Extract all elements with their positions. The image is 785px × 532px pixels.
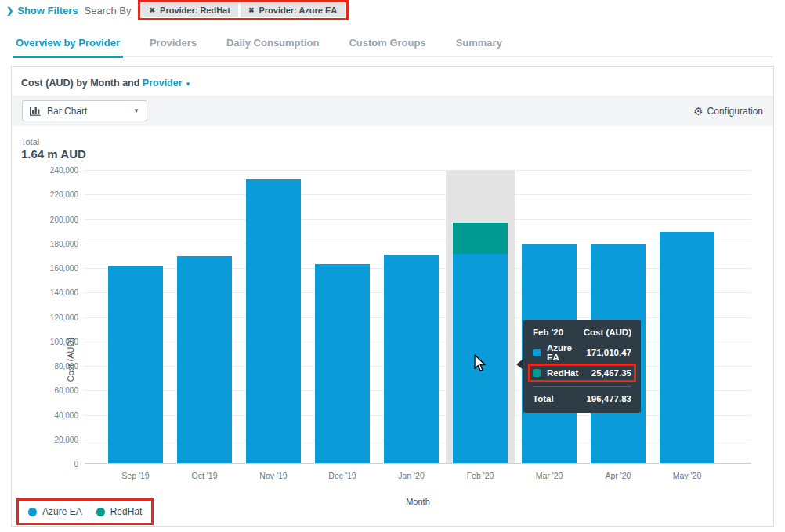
gridline [85, 219, 751, 220]
x-axis-tick-label: Sep '19 [101, 471, 170, 480]
tooltip-total-value: 196,477.83 [586, 394, 631, 404]
y-axis-title: Cost (AUD) [66, 324, 75, 395]
legend-label: RedHat [110, 506, 143, 517]
chevron-right-icon: ❯ [6, 5, 13, 16]
x-axis-tick-label: Feb '20 [446, 471, 515, 480]
filter-bar: ❯ Show Filters Search By ✖ Provider: Red… [6, 0, 349, 20]
chart-tooltip: Feb '20 Cost (AUD) Azure EA 171,010.47 R… [523, 320, 641, 413]
tab-daily-consumption[interactable]: Daily Consumption [223, 35, 322, 58]
legend-annotation-box: Azure EA RedHat [16, 498, 154, 525]
dimension-label: Provider [143, 78, 183, 89]
chart-type-value: Bar Chart [47, 106, 87, 117]
y-axis-tick-label: 20,000 [20, 436, 78, 444]
gridline [85, 244, 751, 244]
bar-azure-ea[interactable] [246, 179, 301, 464]
y-axis-tick-label: 0 [20, 460, 78, 469]
filter-chip-azure-ea[interactable]: ✖ Provider: Azure EA [241, 3, 345, 17]
chart-title-prefix: Cost (AUD) by Month and [21, 78, 139, 89]
bar-chart-icon [30, 106, 41, 116]
legend-item-redhat[interactable]: RedHat [96, 506, 143, 517]
y-axis-tick-label: 140,000 [20, 288, 78, 297]
x-axis-tick-label: Apr '20 [584, 471, 653, 480]
tooltip-row-redhat-annotated: RedHat 25,467.35 [533, 368, 631, 378]
y-axis-tick-label: 120,000 [20, 313, 78, 322]
chart-panel: Cost (AUD) by Month and Provider ▼ Bar C… [11, 66, 774, 527]
y-axis-tick-label: 40,000 [20, 411, 78, 420]
bar-azure-ea[interactable] [315, 264, 370, 463]
legend-item-azure-ea[interactable]: Azure EA [28, 506, 82, 517]
total-value: 1.64 m AUD [21, 147, 86, 161]
filter-chips-annotation-box: ✖ Provider: RedHat ✖ Provider: Azure EA [138, 0, 349, 20]
dimension-selector[interactable]: Provider ▼ [143, 78, 191, 89]
y-axis-tick-label: 220,000 [20, 190, 78, 199]
legend-label: Azure EA [42, 506, 82, 517]
y-axis-tick-label: 180,000 [20, 240, 78, 248]
filter-chip-label: Provider: Azure EA [259, 5, 337, 15]
total-label: Total [21, 137, 39, 147]
tooltip-series-name: Azure EA [547, 343, 587, 362]
tooltip-total-row: Total 196,477.83 [533, 394, 631, 404]
tooltip-row-azure-ea: Azure EA 171,010.47 [533, 343, 631, 362]
bar-azure-ea[interactable] [177, 256, 232, 463]
tab-bar: Overview by Provider Providers Daily Con… [13, 35, 772, 57]
bar-azure-ea[interactable] [108, 266, 163, 463]
x-axis-tick-label: Mar '20 [515, 471, 584, 480]
tooltip-metric: Cost (AUD) [584, 328, 631, 337]
chevron-down-icon: ▼ [185, 81, 191, 88]
y-axis-tick-label: 240,000 [20, 166, 78, 175]
tooltip-swatch-azure-ea [533, 349, 541, 356]
tooltip-header: Feb '20 Cost (AUD) [533, 328, 631, 337]
tooltip-series-name: RedHat [547, 368, 578, 378]
chart-title: Cost (AUD) by Month and Provider ▼ [21, 78, 191, 89]
tooltip-series-value: 171,010.47 [586, 348, 631, 357]
show-filters-label: Show Filters [17, 5, 78, 16]
legend-swatch-azure-ea [28, 508, 37, 516]
tooltip-category: Feb '20 [533, 328, 563, 337]
x-axis-tick-label: Oct '19 [170, 471, 239, 480]
search-by-label: Search By [85, 5, 132, 16]
bar-azure-ea[interactable] [453, 254, 508, 463]
gear-icon: ⚙ [693, 106, 704, 117]
tab-providers[interactable]: Providers [147, 35, 200, 58]
tooltip-swatch-redhat [533, 369, 541, 377]
tooltip-divider [533, 386, 631, 387]
remove-filter-icon[interactable]: ✖ [248, 6, 255, 14]
y-axis-tick-label: 200,000 [20, 215, 78, 224]
tab-summary[interactable]: Summary [453, 35, 505, 58]
bar-azure-ea[interactable] [384, 255, 439, 463]
x-axis-tick-label: May '20 [653, 471, 722, 480]
chart-type-select[interactable]: Bar Chart ▼ [22, 100, 147, 121]
bar-redhat[interactable] [453, 223, 508, 254]
plot-area: 020,00040,00060,00080,000100,000120,0001… [85, 170, 751, 464]
gridline [85, 194, 751, 195]
tooltip-total-label: Total [533, 394, 554, 404]
tab-overview-by-provider[interactable]: Overview by Provider [13, 35, 123, 58]
remove-filter-icon[interactable]: ✖ [150, 6, 156, 14]
show-filters-link[interactable]: ❯ Show Filters [6, 5, 78, 16]
filter-chip-label: Provider: RedHat [160, 5, 230, 15]
configuration-button[interactable]: ⚙ Configuration [693, 106, 763, 117]
tab-custom-groups[interactable]: Custom Groups [345, 35, 429, 58]
chart-toolbar: Bar Chart ▼ ⚙ Configuration [12, 96, 773, 126]
x-axis-title: Month [85, 497, 751, 506]
x-axis-tick-label: Dec '19 [308, 471, 377, 480]
tooltip-series-value: 25,467.35 [591, 368, 631, 378]
bar-azure-ea[interactable] [660, 232, 714, 463]
legend-swatch-redhat [96, 508, 105, 516]
x-axis-tick-label: Jan '20 [377, 471, 446, 480]
y-axis-tick-label: 160,000 [20, 264, 78, 273]
gridline [85, 170, 751, 171]
x-axis-tick-label: Nov '19 [239, 471, 308, 480]
filter-chip-redhat[interactable]: ✖ Provider: RedHat [142, 3, 238, 17]
configuration-label: Configuration [707, 106, 763, 117]
tooltip-arrow [516, 359, 523, 370]
chevron-down-icon: ▼ [133, 107, 139, 114]
